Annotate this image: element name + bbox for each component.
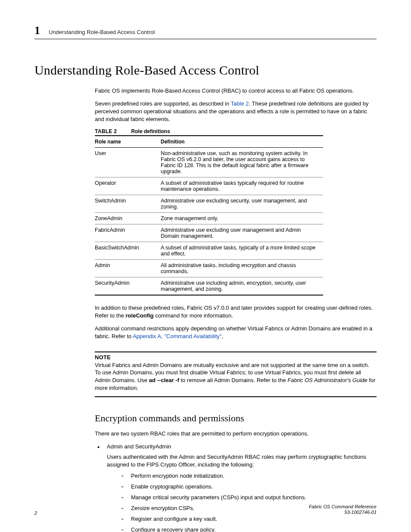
doc-number: 53-1002746-01 bbox=[344, 510, 377, 515]
list-item: Perform encryption node initialization. bbox=[107, 472, 377, 480]
table-row: SwitchAdminAdministrative use excluding … bbox=[95, 195, 323, 212]
section-heading: Encryption commands and permissions bbox=[95, 413, 377, 424]
table-title: Role definitions bbox=[131, 128, 170, 134]
note-label: NOTE bbox=[95, 354, 377, 361]
paragraph: There are two system RBAC roles that are… bbox=[95, 430, 377, 438]
role-name-cell: SwitchAdmin bbox=[95, 195, 161, 212]
appendix-link[interactable]: Appendix A, "Command Availability" bbox=[133, 333, 221, 339]
column-header: Role name bbox=[95, 136, 161, 148]
role-def-cell: A subset of administrative tasks typical… bbox=[161, 177, 323, 195]
role-name-cell: Operator bbox=[95, 177, 161, 195]
doc-title-ref: Fabric OS Administrator's Guide bbox=[287, 377, 367, 383]
role-name-cell: SecurityAdmin bbox=[95, 277, 161, 295]
role-name-cell: BasicSwitchAdmin bbox=[95, 242, 161, 259]
page-number: 2 bbox=[34, 510, 37, 516]
role-def-cell: Non-administrative use, such as monitori… bbox=[161, 147, 323, 177]
text: , bbox=[221, 333, 223, 339]
paragraph: Fabric OS implements Role-Based Access C… bbox=[95, 87, 377, 95]
running-header: 1 Understanding Role-Based Access Contro… bbox=[34, 25, 377, 39]
text: Seven predefined roles are supported, as… bbox=[95, 100, 231, 107]
text: to remove all Admin Domains. Refer to th… bbox=[179, 377, 287, 383]
table-caption: TABLE 2 Role definitions bbox=[95, 128, 377, 134]
role-def-cell: Administrative use excluding user manage… bbox=[161, 224, 323, 242]
role-name-cell: User bbox=[95, 147, 161, 177]
command-name: roleConfig bbox=[126, 312, 154, 319]
table-row: ZoneAdminZone management only. bbox=[95, 212, 323, 224]
command-name: ad --clear -f bbox=[149, 377, 179, 383]
dash-list: Perform encryption node initialization. … bbox=[107, 472, 377, 532]
role-definitions-table: Role name Definition UserNon-administrat… bbox=[95, 135, 323, 296]
page-title: Understanding Role-Based Access Control bbox=[34, 63, 377, 78]
table-row: AdminAll administrative tasks, including… bbox=[95, 259, 323, 277]
chapter-number: 1 bbox=[34, 25, 40, 36]
paragraph: In addition to these predefined roles, F… bbox=[95, 304, 377, 320]
list-item: Register and configure a key vault. bbox=[107, 515, 377, 523]
table-ref-link[interactable]: Table 2 bbox=[231, 100, 249, 107]
role-def-cell: All administrative tasks, including encr… bbox=[161, 259, 323, 277]
list-item: Admin and SecurityAdmin Users authentica… bbox=[95, 443, 377, 532]
list-item: Enable cryptographic operations. bbox=[107, 483, 377, 491]
role-def-cell: Administrative use excluding security, u… bbox=[161, 195, 323, 212]
table-row: FabricAdminAdministrative use excluding … bbox=[95, 224, 323, 242]
note-body: Virtual Fabrics and Admin Domains are mu… bbox=[95, 361, 377, 392]
paragraph: Additional command restrictions apply de… bbox=[95, 325, 377, 340]
table-row: SecurityAdminAdministrative use includin… bbox=[95, 277, 323, 295]
list-item-body: Users authenticated with the Admin and S… bbox=[107, 453, 377, 469]
paragraph: Seven predefined roles are supported, as… bbox=[95, 100, 377, 123]
doc-title: Fabric OS Command Reference bbox=[309, 504, 377, 509]
role-name-cell: Admin bbox=[95, 259, 161, 277]
note-rule bbox=[95, 352, 377, 352]
table-row: OperatorA subset of administrative tasks… bbox=[95, 177, 323, 195]
role-name-cell: FabricAdmin bbox=[95, 224, 161, 242]
role-name-cell: ZoneAdmin bbox=[95, 212, 161, 224]
chapter-running-title: Understanding Role-Based Access Control bbox=[49, 29, 155, 35]
list-item: Manage critical security parameters (CSP… bbox=[107, 494, 377, 501]
role-def-cell: Administrative use including admin, encr… bbox=[161, 277, 323, 295]
page-footer: 2 Fabric OS Command Reference 53-1002746… bbox=[34, 504, 377, 516]
table-row: BasicSwitchAdminA subset of administrati… bbox=[95, 242, 323, 259]
role-def-cell: A subset of administrative tasks, typica… bbox=[161, 242, 323, 259]
text: command for more information. bbox=[154, 312, 233, 319]
bullet-list: Admin and SecurityAdmin Users authentica… bbox=[95, 443, 377, 532]
list-item-title: Admin and SecurityAdmin bbox=[107, 443, 171, 450]
role-def-cell: Zone management only. bbox=[161, 212, 323, 224]
list-item: Configure a recovery share policy. bbox=[107, 526, 377, 532]
note-rule bbox=[95, 396, 377, 397]
table-row: UserNon-administrative use, such as moni… bbox=[95, 147, 323, 177]
column-header: Definition bbox=[161, 136, 323, 148]
table-label: TABLE 2 bbox=[95, 128, 117, 134]
